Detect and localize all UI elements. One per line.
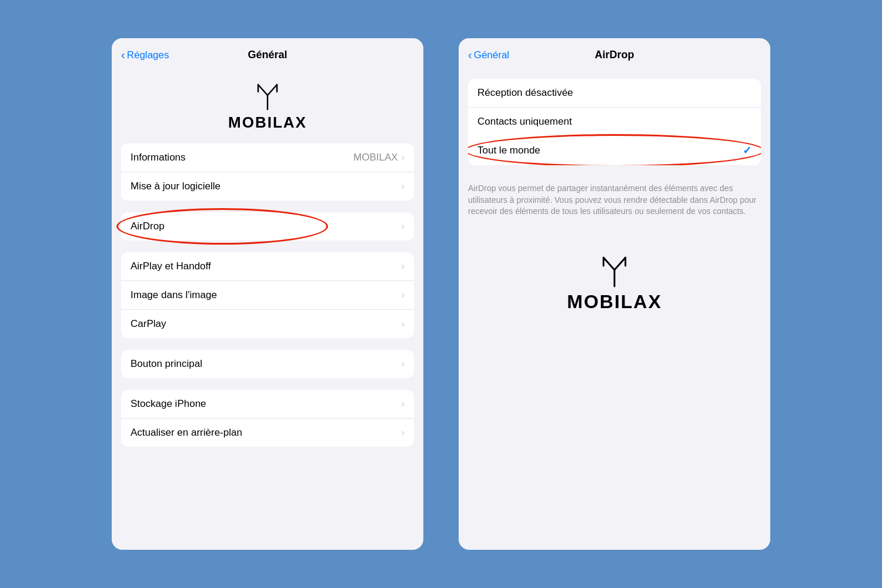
airdrop-label: AirDrop bbox=[131, 220, 165, 232]
bouton-principal-label: Bouton principal bbox=[131, 358, 202, 370]
airdrop-chevron-icon: › bbox=[402, 221, 405, 232]
airplay-chevron-icon: › bbox=[402, 261, 405, 272]
mobilax-icon-left bbox=[250, 79, 285, 111]
row-airplay[interactable]: AirPlay et Handoff › bbox=[121, 252, 414, 280]
actualiser-label: Actualiser en arrière-plan bbox=[131, 427, 242, 439]
left-group-5: Stockage iPhone › Actualiser en arrière-… bbox=[121, 390, 414, 447]
contacts-uniquement-label: Contacts uniquement bbox=[477, 116, 572, 128]
airdrop-description: AirDrop vous permet de partager instanta… bbox=[459, 177, 770, 227]
left-back-button[interactable]: ‹ Réglages bbox=[121, 48, 169, 62]
airdrop-row-wrapper: AirDrop › bbox=[121, 212, 414, 240]
svg-line-7 bbox=[614, 258, 626, 270]
informations-chevron-icon: › bbox=[402, 152, 405, 163]
stockage-label: Stockage iPhone bbox=[131, 398, 206, 410]
actualiser-chevron-icon: › bbox=[402, 427, 405, 438]
airdrop-right: › bbox=[402, 221, 405, 232]
mise-a-jour-label: Mise à jour logicielle bbox=[131, 181, 220, 192]
right-back-button[interactable]: ‹ Général bbox=[468, 48, 509, 62]
right-options-group: Réception désactivée Contacts uniquement… bbox=[468, 79, 761, 165]
tout-le-monde-label: Tout le monde bbox=[477, 145, 540, 156]
svg-line-2 bbox=[268, 85, 277, 95]
image-dans-image-label: Image dans l'image bbox=[131, 289, 217, 301]
actualiser-right: › bbox=[402, 427, 405, 438]
reception-desactivee-label: Réception désactivée bbox=[477, 87, 573, 99]
row-contacts-uniquement[interactable]: Contacts uniquement bbox=[468, 107, 761, 136]
left-phone-screen: ‹ Réglages Général MOBILAX Inf bbox=[112, 38, 423, 550]
left-mobilax-logo: MOBILAX bbox=[228, 79, 307, 132]
row-stockage[interactable]: Stockage iPhone › bbox=[121, 390, 414, 418]
left-logo-area: MOBILAX bbox=[112, 73, 423, 143]
tout-le-monde-checkmark-icon: ✓ bbox=[743, 144, 751, 157]
left-content: MOBILAX Informations MOBILAX › Mise à jo… bbox=[112, 67, 423, 550]
left-mobilax-text: MOBILAX bbox=[228, 113, 307, 132]
row-informations[interactable]: Informations MOBILAX › bbox=[121, 143, 414, 172]
bouton-principal-right: › bbox=[402, 359, 405, 369]
right-back-chevron-icon: ‹ bbox=[468, 48, 472, 62]
left-group-3: AirPlay et Handoff › Image dans l'image … bbox=[121, 252, 414, 338]
right-nav-title: AirDrop bbox=[595, 49, 634, 61]
right-back-label: Général bbox=[474, 49, 509, 61]
left-group-1: Informations MOBILAX › Mise à jour logic… bbox=[121, 143, 414, 201]
mise-a-jour-right: › bbox=[402, 181, 405, 192]
right-content: Réception désactivée Contacts uniquement… bbox=[459, 67, 770, 550]
row-airdrop[interactable]: AirDrop › bbox=[121, 212, 414, 240]
right-mobilax-logo: MOBILAX bbox=[567, 250, 662, 313]
informations-value: MOBILAX bbox=[353, 152, 398, 163]
carplay-chevron-icon: › bbox=[402, 319, 405, 329]
carplay-label: CarPlay bbox=[131, 318, 166, 330]
row-reception-desactivee[interactable]: Réception désactivée bbox=[468, 79, 761, 107]
row-tout-le-monde[interactable]: Tout le monde ✓ bbox=[468, 136, 761, 165]
row-actualiser[interactable]: Actualiser en arrière-plan › bbox=[121, 418, 414, 447]
row-carplay[interactable]: CarPlay › bbox=[121, 309, 414, 338]
mobilax-icon-right bbox=[594, 250, 635, 289]
right-mobilax-text: MOBILAX bbox=[567, 291, 662, 313]
airplay-label: AirPlay et Handoff bbox=[131, 260, 211, 272]
right-nav-bar: ‹ Général AirDrop bbox=[459, 38, 770, 67]
left-group-4: Bouton principal › bbox=[121, 350, 414, 378]
image-dans-image-chevron-icon: › bbox=[402, 290, 405, 300]
tout-le-monde-wrapper: Tout le monde ✓ bbox=[468, 136, 761, 165]
carplay-right: › bbox=[402, 319, 405, 329]
stockage-chevron-icon: › bbox=[402, 399, 405, 409]
left-nav-bar: ‹ Réglages Général bbox=[112, 38, 423, 67]
left-group-2: AirDrop › bbox=[121, 212, 414, 240]
row-bouton-principal[interactable]: Bouton principal › bbox=[121, 350, 414, 378]
row-mise-a-jour[interactable]: Mise à jour logicielle › bbox=[121, 172, 414, 201]
mise-a-jour-chevron-icon: › bbox=[402, 181, 405, 192]
svg-line-6 bbox=[603, 258, 614, 270]
right-phone-screen: ‹ Général AirDrop Réception désactivée C… bbox=[459, 38, 770, 550]
airplay-right: › bbox=[402, 261, 405, 272]
informations-label: Informations bbox=[131, 152, 186, 163]
left-nav-title: Général bbox=[248, 49, 287, 61]
back-chevron-icon: ‹ bbox=[121, 48, 125, 62]
row-image-dans-image[interactable]: Image dans l'image › bbox=[121, 280, 414, 309]
informations-right: MOBILAX › bbox=[353, 152, 405, 163]
image-dans-image-right: › bbox=[402, 290, 405, 300]
left-back-label: Réglages bbox=[127, 49, 169, 61]
right-mobilax-logo-area: MOBILAX bbox=[459, 250, 770, 330]
bouton-principal-chevron-icon: › bbox=[402, 359, 405, 369]
stockage-right: › bbox=[402, 399, 405, 409]
svg-line-1 bbox=[258, 85, 268, 95]
